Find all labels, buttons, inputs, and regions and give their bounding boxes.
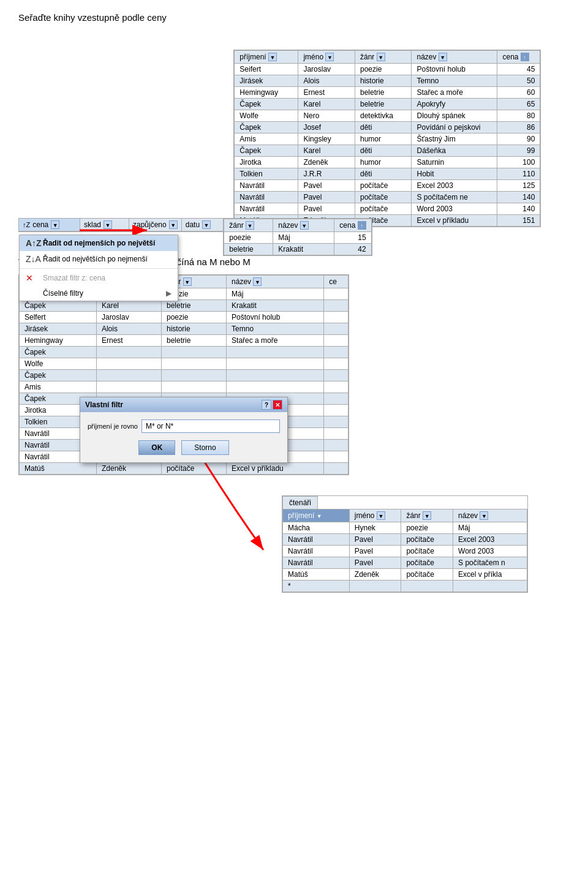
th-jmeno: jméno ▼ [298, 51, 355, 64]
table-row: Matúš Zdeněk počítače Excel v příkladu [20, 463, 349, 475]
s3-th-jmeno: jméno ▼ [349, 509, 401, 522]
sort-asc-icon: ↑Z [23, 221, 30, 228]
table-row: Čapek [20, 347, 349, 358]
table-row: Jirásek Alois historie Temno [20, 323, 349, 335]
number-filter-item[interactable]: Číselné filtry ▶ [20, 286, 178, 301]
th-nazev-main: název ▼ [412, 51, 497, 64]
th-prijmeni: příjmení ▼ [235, 51, 298, 64]
nazev-dd[interactable]: ▼ [300, 221, 309, 230]
th-cena-main: cena ↑ [497, 51, 540, 64]
section3-container: čtenáři příjmení ▼ jméno ▼ žánr ▼ název … [282, 495, 528, 593]
dialog-label: příjmení je rovno [88, 423, 138, 430]
dialog-title: Vlastní filtr [85, 400, 123, 409]
th-nazev: název ▼ [273, 219, 334, 232]
result-preview-table: žánr ▼ název ▼ cena ↑ poezie Máj 15 bele… [223, 218, 372, 256]
main-data-table-section1: příjmení ▼ jméno ▼ žánr ▼ název ▼ cena ↑… [233, 50, 541, 227]
table-row: Jirotka Zdeněk humor Saturnin 100 [235, 157, 540, 168]
custom-filter-dialog: Vlastní filtr ? ✕ příjmení je rovno OK S… [80, 397, 288, 463]
table-row: Tolkien J.R.R děti Hobit 110 [235, 168, 540, 180]
table-row: Amis Kingsley humor Šťastný Jim 90 [235, 133, 540, 145]
zanr-dd[interactable]: ▼ [246, 221, 254, 230]
table-row: Navrátil Pavel počítače Excel 2003 [283, 534, 527, 546]
s2-th-nazev: název ▼ [227, 276, 324, 288]
cena-dd-right[interactable]: ↑ [358, 221, 366, 230]
sort-desc-menu-icon: Z↓A [26, 254, 38, 264]
dialog-close-btn[interactable]: ✕ [273, 400, 282, 410]
table-row: Čapek Josef děti Povídání o pejskovi 86 [235, 122, 540, 133]
clear-filter-icon: ✕ [26, 273, 38, 283]
table-row: Amis [20, 382, 349, 393]
table-row: * [283, 581, 527, 592]
table-row: Čapek Karel beletrie Krakatit [20, 300, 349, 312]
th-zanr-main: žánr ▼ [355, 51, 412, 64]
dialog-filter-input[interactable] [141, 419, 280, 433]
sort-desc-item[interactable]: Z↓A Řadit od největších po nejmenší [20, 251, 178, 267]
cena-dropdown-btn[interactable]: ▼ [51, 220, 59, 229]
cena-label: cena [32, 220, 48, 229]
th-zanr: žánr ▼ [224, 219, 273, 232]
table-row: Navrátil Pavel počítače Word 2003 140 [235, 203, 540, 215]
table-row: Jirásek Alois historie Temno 50 [235, 75, 540, 87]
table-row: Hemingway Ernest beletrie Stařec a moře … [235, 87, 540, 99]
table-row: Navrátil Pavel počítače Word 2003 [283, 546, 527, 557]
sort-asc-menu-icon: A↑Z [26, 238, 38, 248]
table-row: Wolfe [20, 358, 349, 370]
table-tab: čtenáři [282, 496, 318, 509]
filter-cena[interactable]: ↑Z cena ▼ [19, 219, 80, 231]
dialog-titlebar: Vlastní filtr ? ✕ [80, 397, 287, 412]
section1-title: Seřaďte knihy vzestupně podle ceny [18, 12, 570, 23]
clear-filter-item[interactable]: ✕ Smazat filtr z: cena [20, 270, 178, 286]
table-row: Navrátil Pavel počítače Excel 2003 125 [235, 180, 540, 192]
dialog-ok-button[interactable]: OK [138, 440, 175, 455]
section3: čtenáři příjmení ▼ jméno ▼ žánr ▼ název … [282, 495, 570, 593]
table-row: Čapek [20, 370, 349, 382]
table-row: Čapek Karel děti Dášeňka 99 [235, 145, 540, 157]
table-row: Navrátil Pavel počítače S počítačem ne 1… [235, 192, 540, 203]
table-row: Seifert Jaroslav poezie Poštovní holub 4… [235, 64, 540, 75]
s3-th-nazev: název ▼ [453, 509, 527, 522]
table-row: poezie Máj 15 [224, 232, 371, 244]
table-row: Wolfe Nero detektivka Dlouhý spánek 80 [235, 110, 540, 122]
s2-th-ce: ce [324, 276, 349, 288]
zapujceno-dropdown-btn[interactable]: ▼ [169, 220, 178, 229]
table-row: beletrie Krakatit 42 [224, 244, 371, 255]
table-row: Hemingway Ernest beletrie Stařec a moře [20, 335, 349, 347]
s3-th-zanr: žánr ▼ [401, 509, 453, 522]
dialog-help-btn[interactable]: ? [262, 400, 271, 410]
table-row: Selfert Jaroslav poezie Poštovní holub [20, 312, 349, 323]
sort-asc-item[interactable]: A↑Z Řadit od nejmenších po největší [20, 235, 178, 251]
th-cena-right: cena ↑ [334, 219, 371, 232]
s3-th-prijmeni: příjmení ▼ [283, 509, 350, 522]
sort-dropdown-menu: A↑Z Řadit od nejmenších po největší Z↓A … [19, 235, 178, 301]
table-row: Mácha Hynek poezie Máj [283, 522, 527, 534]
table-row: Čapek Karel beletrie Apokryfy 65 [235, 99, 540, 110]
table-row: Matúš Zdeněk počítače Excel v příkla [283, 569, 527, 581]
datum-dropdown-btn[interactable]: ▼ [202, 220, 211, 229]
dialog-cancel-button[interactable]: Storno [181, 440, 228, 455]
section1: Seřaďte knihy vzestupně podle ceny ↑Z ce… [18, 12, 570, 232]
table-row: Navrátil Pavel počítače S počítačem n [283, 557, 527, 569]
